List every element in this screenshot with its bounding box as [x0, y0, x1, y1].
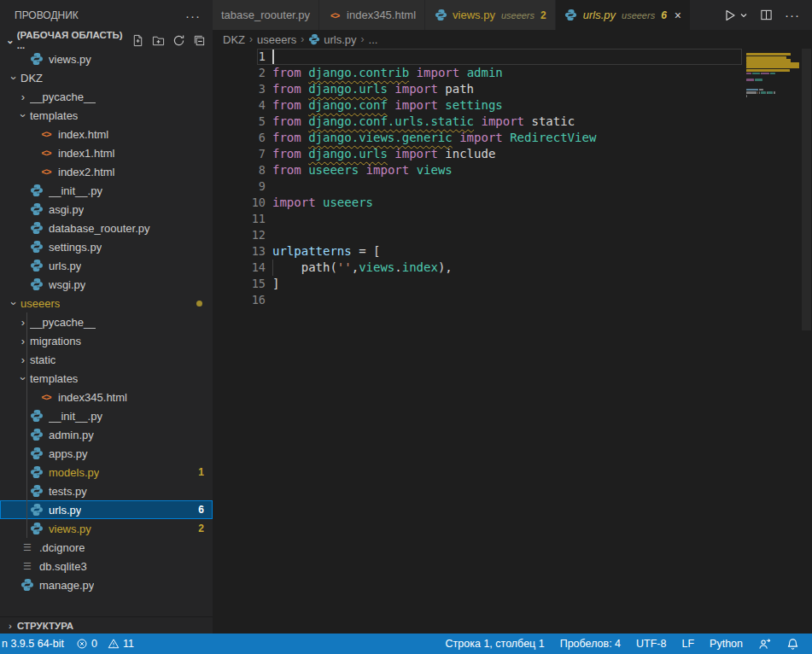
tree-item-asgi-py[interactable]: asgi.py	[0, 200, 213, 219]
code-line[interactable]: from django.conf.urls.static import stat…	[272, 114, 733, 130]
line-number[interactable]: 1	[213, 49, 266, 65]
run-button[interactable]	[723, 9, 748, 22]
code-line[interactable]: ]	[272, 276, 733, 292]
tree-item-useeers[interactable]: ›useeers	[0, 294, 213, 312]
code-line[interactable]: urlpatterns = [	[272, 243, 733, 260]
tree-item-templates[interactable]: ›templates	[0, 106, 213, 125]
line-number[interactable]: 5	[213, 114, 266, 130]
tree-item-manage-py[interactable]: manage.py	[0, 575, 213, 594]
tab-index345-html[interactable]: <>index345.html	[319, 0, 425, 30]
line-number[interactable]: 13	[213, 243, 266, 260]
tree-item-index1-html[interactable]: <>index1.html	[0, 143, 213, 162]
close-icon[interactable]: ×	[675, 9, 681, 22]
tree-item-urls-py[interactable]: urls.py	[0, 256, 213, 275]
editor-actions: ···	[711, 0, 812, 30]
status-item-python-interpreter[interactable]: n 3.9.5 64-bit	[0, 634, 70, 654]
new-file-icon[interactable]	[131, 34, 144, 47]
line-number[interactable]: 3	[213, 81, 266, 97]
code-line[interactable]	[272, 292, 733, 308]
tree-item-models-py[interactable]: models.py1	[0, 463, 213, 482]
line-number[interactable]: 4	[213, 97, 266, 114]
breadcrumb-item[interactable]: DKZ	[223, 33, 245, 46]
line-number[interactable]: 11	[213, 211, 266, 227]
tree-item--pycache-[interactable]: ›__pycache__	[0, 87, 213, 106]
code-line[interactable]	[272, 49, 733, 65]
refresh-icon[interactable]	[172, 34, 185, 47]
code-line[interactable]: from django.conf import settings	[272, 97, 733, 114]
editor-scrollbar[interactable]	[801, 49, 812, 634]
breadcrumb-item[interactable]: ...	[369, 33, 378, 46]
code-line[interactable]: from useeers import views	[272, 162, 733, 178]
status-item-problems[interactable]: 011	[70, 634, 140, 654]
tree-item-static[interactable]: ›static	[0, 350, 213, 369]
outline-section-header[interactable]: › СТРУКТУРА	[0, 616, 213, 634]
tree-item--dcignore[interactable]: ☰.dcignore	[0, 538, 213, 557]
tree-item-db-sqlite3[interactable]: ☰db.sqlite3	[0, 557, 213, 575]
chevron-right-icon: ›	[16, 335, 30, 347]
tree-item--init-py[interactable]: __init__.py	[0, 406, 213, 425]
tab-views-py[interactable]: views.pyuseeers2	[425, 0, 556, 30]
tree-item-database-roouter-py[interactable]: database_roouter.py	[0, 219, 213, 237]
tree-item--init-py[interactable]: __init__.py	[0, 181, 213, 200]
scrollbar-slider[interactable]	[802, 49, 811, 330]
tree-item-tests-py[interactable]: tests.py	[0, 482, 213, 500]
tree-item-urls-py[interactable]: urls.py6	[0, 500, 213, 519]
status-item-notifications-bell-icon[interactable]	[779, 634, 807, 654]
explorer-more-actions-icon[interactable]: ···	[185, 9, 201, 23]
status-item-encoding[interactable]: UTF-8	[628, 634, 674, 654]
status-item-cursor-position[interactable]: Строка 1, столбец 1	[438, 634, 552, 654]
code-line[interactable]	[272, 178, 733, 195]
code-lines[interactable]: from django.contrib import adminfrom dja…	[272, 49, 733, 308]
line-number-gutter[interactable]: 12345678910111213141516	[213, 49, 266, 308]
line-number[interactable]: 6	[213, 130, 266, 146]
breadcrumb-item[interactable]: urls.py	[308, 33, 356, 46]
breadcrumb-item[interactable]: useeers	[257, 33, 296, 46]
status-item-eol[interactable]: LF	[674, 634, 702, 654]
code-line[interactable]	[272, 227, 733, 243]
tree-item-index2-html[interactable]: <>index2.html	[0, 162, 213, 181]
collapse-all-icon[interactable]	[193, 34, 206, 47]
tree-item-views-py[interactable]: views.py	[0, 50, 213, 68]
status-item-feedback-icon[interactable]	[751, 634, 779, 654]
tab-tabase-roouter-py[interactable]: tabase_roouter.py	[213, 0, 319, 30]
line-number[interactable]: 10	[213, 195, 266, 211]
split-editor-button[interactable]	[760, 9, 773, 21]
tree-item-templates[interactable]: ›templates	[0, 369, 213, 388]
python-file-icon	[30, 277, 44, 291]
new-folder-icon[interactable]	[152, 34, 165, 47]
tree-item-settings-py[interactable]: settings.py	[0, 237, 213, 256]
tree-item-wsgi-py[interactable]: wsgi.py	[0, 275, 213, 294]
line-number[interactable]: 15	[213, 276, 266, 292]
code-editor[interactable]: 12345678910111213141516 from django.cont…	[213, 49, 812, 634]
tree-item-index-html[interactable]: <>index.html	[0, 125, 213, 143]
tree-item-views-py[interactable]: views.py2	[0, 519, 213, 538]
minimap[interactable]	[745, 49, 801, 151]
tree-item-admin-py[interactable]: admin.py	[0, 425, 213, 444]
line-number[interactable]: 12	[213, 227, 266, 243]
tree-item-dkz[interactable]: ›DKZ	[0, 68, 213, 87]
more-actions-icon[interactable]: ···	[785, 8, 800, 22]
line-number[interactable]: 7	[213, 146, 266, 162]
line-number[interactable]: 16	[213, 292, 266, 308]
tree-item-migrations[interactable]: ›migrations	[0, 331, 213, 350]
code-line[interactable]: path('',views.index),	[272, 260, 733, 276]
workspace-section-header[interactable]: ⌄ (РАБОЧАЯ ОБЛАСТЬ) ...	[0, 31, 213, 50]
line-number[interactable]: 8	[213, 162, 266, 178]
code-line[interactable]	[272, 211, 733, 227]
tab-directory-hint: useeers	[622, 10, 655, 20]
line-number[interactable]: 9	[213, 178, 266, 195]
status-item-language-mode[interactable]: Python	[702, 634, 751, 654]
code-line[interactable]: from django.urls import path	[272, 81, 733, 97]
code-line[interactable]: from django.urls import include	[272, 146, 733, 162]
tab-urls-py[interactable]: urls.pyuseeers6×	[556, 0, 691, 30]
code-line[interactable]: from django.views.generic import Redirec…	[272, 130, 733, 146]
tree-item-label: urls.py	[49, 504, 81, 517]
code-line[interactable]: import useeers	[272, 195, 733, 211]
tree-item--pycache-[interactable]: ›__pycache__	[0, 312, 213, 331]
line-number[interactable]: 2	[213, 65, 266, 81]
status-item-indentation[interactable]: Пробелов: 4	[552, 634, 628, 654]
tree-item-index345-html[interactable]: <>index345.html	[0, 388, 213, 406]
tree-item-apps-py[interactable]: apps.py	[0, 444, 213, 463]
code-line[interactable]: from django.contrib import admin	[272, 65, 733, 81]
line-number[interactable]: 14	[213, 260, 266, 276]
